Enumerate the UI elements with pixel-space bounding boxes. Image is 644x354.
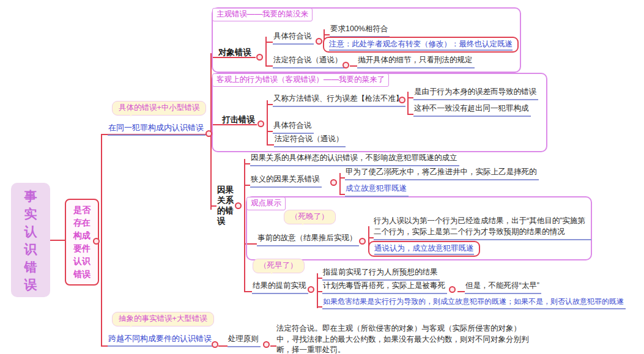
node-note-change[interactable]: 注意：此处学者观念有转变（修改）：最终也认定既遂 (323, 37, 519, 53)
connector-line (457, 291, 465, 292)
node-early-example[interactable]: 计划先毒昏再捂死，实际上是被毒死 (322, 281, 447, 294)
node-100-percent[interactable]: 要求100%相符合 (330, 24, 390, 37)
node-principle-detail[interactable]: 法定符合说。即在主观（所欲侵害的对象）与客观（实际所侵害的对象）中，寻找法律上的… (276, 323, 536, 354)
connector-line (244, 291, 252, 292)
boundary-title-objective[interactable]: 客观上的行为错误（客观错误）——我要的菜来了 (212, 73, 389, 87)
node-same-constitution[interactable]: 在同一犯罪构成内认识错误 (108, 123, 205, 136)
node-early-result[interactable]: 结果的提前实现 (252, 281, 308, 294)
node-early-but[interactable]: 但是，不能死得“太早” (465, 281, 541, 294)
collapse-handle[interactable] (316, 38, 322, 45)
connector-line (244, 163, 250, 164)
node-strike-alias[interactable]: 又称方法错误、行为误差【枪法不准】 (273, 94, 405, 107)
collapse-handle[interactable] (330, 179, 337, 186)
advance-conclusion-text: 通说认为，成立故意犯罪既遂 (374, 244, 474, 255)
collapse-handle[interactable] (308, 286, 314, 293)
connector-line (50, 240, 65, 241)
collapse-handle[interactable] (257, 120, 264, 127)
collapse-handle[interactable] (263, 341, 270, 348)
callout-died-late[interactable]: （死晚了） (284, 210, 336, 224)
node-causation-general[interactable]: 因果关系的具体样态的认识错误，不影响故意犯罪既遂的成立 (250, 153, 459, 166)
node-advance-desc[interactable]: 行为人误以为第一个行为已经造成结果，出于“其他目的”实施第二个行为，实际上是第二… (374, 216, 591, 240)
root-topic[interactable]: 事实认识错误 (11, 183, 50, 297)
node-advance-conclusion[interactable]: 通说认为，成立故意犯罪既遂 (368, 241, 480, 257)
collapse-handle[interactable] (235, 202, 242, 209)
boundary-title-viewpoint[interactable]: 观点展示 (246, 197, 286, 210)
node-legal-detail[interactable]: 抛开具体的细节，只看刑法的规定 (357, 56, 475, 68)
node-strike-concrete[interactable]: 具体符合说 (273, 121, 314, 134)
connector-line (339, 173, 341, 195)
node-handling-principle[interactable]: 处理原则 (228, 334, 261, 347)
node-cross-constitution[interactable]: 跨越不同构成要件的认识错误 (108, 334, 213, 347)
collapse-handle[interactable] (399, 97, 405, 103)
node-concrete-theory[interactable]: 具体符合说 (273, 32, 314, 45)
node-object-error[interactable]: 对象错误 (218, 48, 251, 58)
collapse-handle[interactable] (342, 62, 349, 68)
node-legal-theory[interactable]: 法定符合说（通说） (273, 56, 344, 68)
node-narrow-conclusion[interactable]: 成立故意犯罪既遂 (345, 184, 409, 197)
connector-line (317, 306, 322, 308)
connector-line (339, 194, 345, 195)
callout-concrete-error[interactable]: 具体的错误+中小型错误 (112, 101, 206, 116)
connector-line (317, 291, 322, 292)
collapse-handle[interactable] (256, 54, 263, 61)
connector-line (317, 278, 322, 279)
connector-line (210, 205, 217, 207)
level2-topic-label: 是否存在构成要件认识错误 (73, 204, 91, 281)
node-causation-error[interactable]: 因果关系的错误 (217, 185, 236, 226)
node-advance-intent[interactable]: 事前的故意（结果推后实现） (257, 234, 359, 246)
collapse-handle[interactable] (449, 286, 456, 293)
connector-line (218, 345, 228, 347)
node-early-def[interactable]: 指提前实现了行为人所预想的结果 (322, 268, 440, 281)
node-narrow-example[interactable]: 甲为了使乙溺死水中，将乙推进井中，实际上乙是摔死的 (345, 168, 539, 180)
callout-died-early[interactable]: （死早了） (253, 259, 305, 273)
node-strike-legal[interactable]: 法定符合说（通说） (274, 135, 346, 147)
collapse-handle[interactable] (212, 341, 218, 348)
collapse-handle[interactable] (93, 238, 100, 245)
root-topic-label: 事实认识错误 (23, 187, 38, 293)
mindmap-canvas: 主观错误——我要的菜没来 客观上的行为错误（客观错误）——我要的菜来了 观点展示… (0, 0, 644, 354)
connector-line (339, 177, 345, 179)
connector-line (101, 134, 102, 347)
connector-line (244, 185, 250, 186)
connector-line (244, 159, 245, 292)
note-change-text: 注意：此处学者观念有转变（修改）：最终也认定既遂 (329, 40, 513, 51)
node-early-rule[interactable]: 如果危害结果是实行行为导致的，则成立故意犯罪的既遂；如果不是，则否认故意犯罪的既… (322, 297, 626, 309)
collapse-handle[interactable] (359, 238, 366, 245)
boundary-title-subjective[interactable]: 主观错误——我要的菜没来 (212, 8, 313, 21)
node-strike-error[interactable]: 打击错误 (222, 115, 255, 125)
node-alias-scope[interactable]: 这种不一致没有超出同一犯罪构成 (413, 104, 531, 117)
connector-line (270, 345, 276, 347)
node-alias-cause[interactable]: 是由于行为本身的误差而导致的错误 (413, 87, 538, 100)
collapse-handle[interactable] (205, 130, 212, 137)
callout-abstract-error[interactable]: 抽象的事实错误+大型错误 (112, 312, 214, 326)
node-narrow-causation[interactable]: 狭义的因果关系错误 (250, 175, 322, 188)
